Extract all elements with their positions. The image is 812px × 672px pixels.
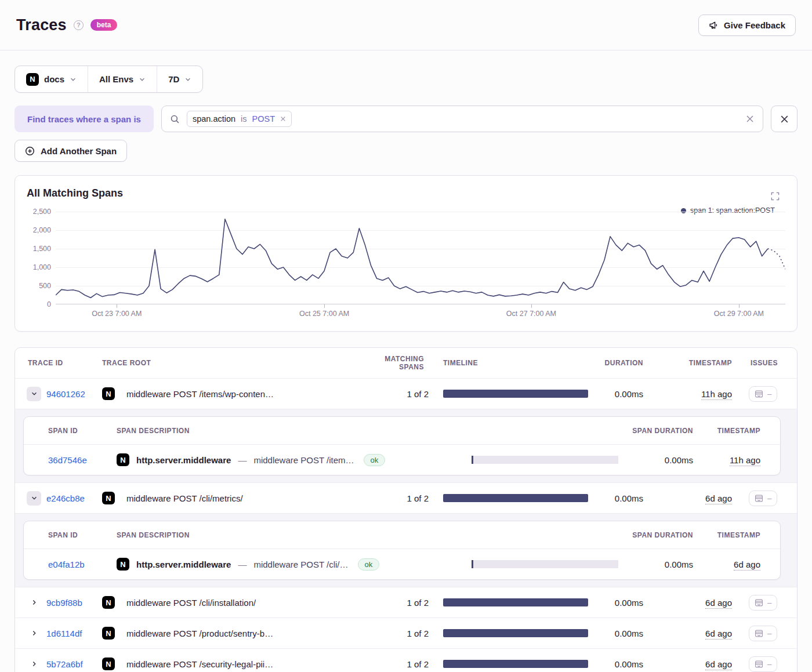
chart-title: All Matching Spans	[27, 187, 785, 199]
x-tick-label: Oct 23 7:00 AM	[92, 310, 142, 318]
chart-x-axis: Oct 23 7:00 AM Oct 25 7:00 AM Oct 27 7:0…	[56, 304, 785, 322]
span-id-link[interactable]: 36d7546e	[48, 455, 87, 465]
span-operation: http.server.middleware	[136, 560, 231, 569]
table-row: 94601262 N middleware POST /items/wp-con…	[15, 378, 797, 409]
project-filter-label: docs	[44, 74, 64, 84]
issues-button[interactable]: –	[749, 595, 777, 611]
trace-id-link[interactable]: 1d6114df	[46, 629, 82, 638]
issues-stack-icon	[755, 629, 763, 638]
spans-table-header: SPAN ID SPAN DESCRIPTION SPAN DURATION T…	[24, 417, 780, 445]
expand-trace-button[interactable]	[27, 657, 41, 671]
give-feedback-button[interactable]: Give Feedback	[698, 14, 796, 36]
traces-table-header: TRACE ID TRACE ROOT MATCHING SPANS TIMEL…	[15, 348, 797, 378]
collapse-trace-button[interactable]	[27, 387, 41, 401]
search-icon	[170, 114, 180, 124]
column-header: TIMELINE	[429, 359, 597, 367]
table-row: e246cb8e N middleware POST /cli/metrics/…	[15, 482, 797, 513]
timestamp-value[interactable]: 6d ago	[705, 659, 732, 670]
collapse-trace-button[interactable]	[27, 491, 41, 506]
nextjs-logo-icon: N	[102, 658, 115, 670]
timeline-bar	[443, 660, 588, 668]
span-row: e04fa12b N http.server.middleware — midd…	[24, 549, 780, 579]
y-tick-label: 1,500	[33, 245, 51, 253]
x-tick-label: Oct 25 7:00 AM	[299, 310, 349, 318]
column-header: TIMESTAMP	[693, 531, 780, 539]
trace-id-link[interactable]: e246cb8e	[46, 493, 85, 503]
span-search-bar[interactable]: span.action is POST	[161, 106, 763, 132]
table-row: 1d6114df N middleware POST /product/sent…	[15, 617, 797, 648]
nextjs-logo-icon: N	[102, 387, 115, 400]
separator-dash: —	[238, 455, 246, 465]
column-header: ISSUES	[745, 359, 797, 367]
trace-id-link[interactable]: 5b72a6bf	[46, 659, 83, 669]
matching-spans-count: 1 of 2	[362, 659, 429, 669]
nextjs-logo-icon: N	[102, 627, 115, 640]
issues-button[interactable]: –	[749, 386, 777, 402]
remove-span-query-button[interactable]	[771, 106, 798, 132]
span-row: 36d7546e N http.server.middleware — midd…	[24, 445, 780, 475]
help-icon[interactable]: ?	[74, 20, 84, 30]
column-header: SPAN DESCRIPTION	[117, 427, 455, 435]
chevron-down-icon	[70, 76, 77, 83]
expand-trace-button[interactable]	[27, 595, 41, 610]
trace-id-link[interactable]: 9cb9f88b	[46, 598, 82, 608]
nextjs-logo-icon: N	[102, 492, 115, 504]
y-tick-label: 2,000	[33, 226, 51, 234]
spans-table-header: SPAN ID SPAN DESCRIPTION SPAN DURATION T…	[24, 521, 780, 549]
trace-root-label: middleware POST /cli/metrics/	[126, 493, 243, 503]
trace-root-label: middleware POST /security-legal-pii…	[126, 659, 273, 669]
span-operation: http.server.middleware	[136, 455, 231, 465]
issues-button[interactable]: –	[749, 656, 777, 672]
span-id-link[interactable]: e04fa12b	[48, 560, 85, 569]
span-duration-value: 0.00ms	[624, 455, 693, 465]
duration-value: 0.00ms	[597, 598, 655, 608]
project-filter[interactable]: N docs	[15, 66, 88, 92]
trace-id-link[interactable]: 94601262	[46, 389, 85, 399]
issues-button[interactable]: –	[749, 626, 777, 641]
separator-dash: —	[238, 560, 246, 569]
search-input[interactable]	[299, 114, 738, 124]
timestamp-value[interactable]: 11h ago	[730, 455, 760, 466]
clear-search-icon[interactable]	[745, 114, 755, 123]
expand-trace-button[interactable]	[27, 626, 41, 641]
column-header: SPAN DURATION	[624, 531, 693, 539]
timeline-bar	[443, 629, 588, 637]
matching-spans-count: 1 of 2	[362, 598, 429, 608]
matching-spans-count: 1 of 2	[362, 493, 429, 503]
nextjs-logo-icon: N	[102, 596, 115, 609]
timestamp-value[interactable]: 6d ago	[734, 560, 760, 571]
y-tick-label: 500	[39, 282, 51, 290]
nextjs-logo-icon: N	[26, 73, 39, 86]
environment-filter[interactable]: All Envs	[88, 66, 157, 92]
timestamp-value[interactable]: 6d ago	[705, 598, 732, 609]
date-range-filter[interactable]: 7D	[157, 66, 202, 92]
column-header: SPAN DURATION	[624, 427, 693, 435]
span-description: middleware POST /cli/…	[253, 560, 348, 569]
duration-value: 0.00ms	[597, 659, 655, 669]
duration-value: 0.00ms	[597, 389, 655, 399]
matching-spans-count: 1 of 2	[362, 389, 429, 399]
issues-button[interactable]: –	[749, 491, 777, 506]
chart-plot-area: 2,500 2,000 1,500 1,000 500 0	[27, 212, 785, 304]
token-remove-icon[interactable]	[280, 116, 286, 122]
megaphone-icon	[709, 20, 719, 30]
x-tick-label: Oct 29 7:00 AM	[714, 310, 764, 318]
timestamp-value[interactable]: 6d ago	[705, 629, 732, 640]
y-tick-label: 2,500	[33, 208, 51, 216]
span-timeline-bar	[473, 560, 618, 568]
duration-value: 0.00ms	[597, 629, 655, 638]
expanded-spans-section: SPAN ID SPAN DESCRIPTION SPAN DURATION T…	[15, 513, 797, 587]
traces-table: TRACE ID TRACE ROOT MATCHING SPANS TIMEL…	[14, 347, 798, 672]
page-filter-bar: N docs All Envs 7D	[14, 66, 203, 93]
fullscreen-icon[interactable]	[771, 192, 780, 203]
search-token[interactable]: span.action is POST	[187, 111, 292, 127]
timestamp-value[interactable]: 6d ago	[705, 493, 732, 504]
issues-empty-dash: –	[767, 598, 771, 607]
add-another-span-button[interactable]: Add Another Span	[14, 140, 127, 162]
y-tick-label: 1,000	[33, 263, 51, 271]
timestamp-value[interactable]: 11h ago	[701, 389, 732, 400]
nextjs-logo-icon: N	[117, 558, 129, 571]
timeline-bar	[443, 390, 588, 398]
issues-empty-dash: –	[767, 629, 771, 638]
column-header: DURATION	[597, 359, 655, 367]
